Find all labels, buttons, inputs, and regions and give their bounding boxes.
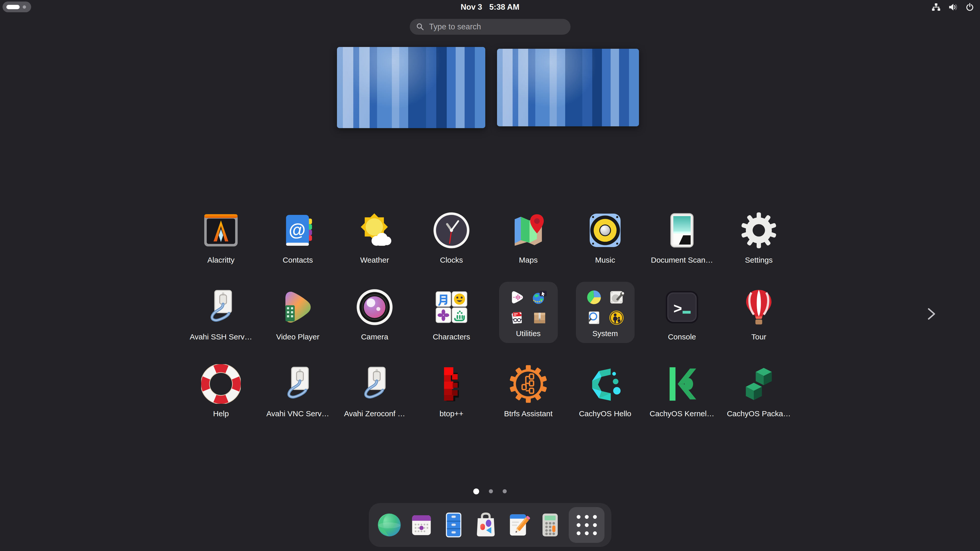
app-label: Help <box>213 410 229 418</box>
dock <box>369 503 611 547</box>
date-label: Nov 3 <box>460 3 482 12</box>
app-settings[interactable]: Settings <box>721 207 797 284</box>
btrfs-gear-icon <box>509 364 548 404</box>
app-label: Contacts <box>283 256 313 264</box>
folder-label: Utilities <box>516 329 541 338</box>
search-input[interactable]: Type to search <box>410 19 571 35</box>
system-status-area[interactable] <box>932 0 974 14</box>
files-icon[interactable] <box>440 511 467 538</box>
folder-tile: System <box>576 282 635 343</box>
app-btrfs-assistant[interactable]: Btrfs Assistant <box>490 361 567 438</box>
software-store-icon[interactable] <box>472 511 499 538</box>
clocks-icon <box>432 211 471 250</box>
plug-cable-icon <box>201 287 241 327</box>
wallpaper-preview <box>497 49 639 126</box>
wallpaper-preview <box>337 47 485 128</box>
archive-manager-icon <box>531 309 548 326</box>
app-label: btop++ <box>439 410 463 418</box>
next-page-chevron-icon[interactable] <box>926 307 937 321</box>
folder-system[interactable]: System <box>567 284 644 361</box>
alacritty-icon <box>201 211 241 250</box>
app-cachyos-kernel-manager[interactable]: CachyOS Kernel… <box>644 361 721 438</box>
camera-lens-icon <box>355 287 395 327</box>
app-music[interactable]: Music <box>567 207 644 284</box>
lifebuoy-icon <box>201 364 241 404</box>
app-label: Avahi VNC Serv… <box>266 410 329 418</box>
characters-icon <box>432 287 471 327</box>
disk-usage-pie-icon <box>585 289 603 306</box>
folder-utilities[interactable]: Utilities <box>490 284 567 361</box>
cachyos-k-icon <box>662 364 702 404</box>
console-terminal-icon <box>662 287 702 327</box>
app-label: Btrfs Assistant <box>504 410 552 418</box>
app-label: Document Scan… <box>651 256 713 264</box>
text-editor-icon[interactable] <box>504 511 531 538</box>
app-video-player[interactable]: Video Player <box>259 284 336 361</box>
app-weather[interactable]: Weather <box>336 207 413 284</box>
contacts-icon <box>278 211 318 250</box>
hot-air-balloon-icon <box>739 287 779 327</box>
app-cachyos-hello[interactable]: CachyOS Hello <box>567 361 644 438</box>
settings-gear-icon <box>739 211 779 250</box>
page-dot-1[interactable] <box>473 489 479 494</box>
weather-icon <box>355 211 395 250</box>
app-console[interactable]: Console <box>644 284 721 361</box>
app-contacts[interactable]: Contacts <box>259 207 336 284</box>
wired-network-icon[interactable] <box>932 3 941 11</box>
app-label: Weather <box>360 256 389 264</box>
app-grid-toggle-button[interactable] <box>569 507 605 543</box>
app-clocks[interactable]: Clocks <box>413 207 490 284</box>
music-icon <box>585 211 625 250</box>
page-indicator <box>0 486 980 497</box>
app-label: Characters <box>433 333 470 341</box>
app-label: Avahi SSH Serv… <box>190 333 252 341</box>
workspace-thumbnail-1[interactable] <box>337 47 485 128</box>
app-avahi-vnc[interactable]: Avahi VNC Serv… <box>259 361 336 438</box>
clock-button[interactable]: Nov 3 5:38 AM <box>0 0 980 14</box>
app-characters[interactable]: Characters <box>413 284 490 361</box>
app-btop[interactable]: btop++ <box>413 361 490 438</box>
app-tour[interactable]: Tour <box>721 284 797 361</box>
folder-preview-icons <box>509 289 548 326</box>
app-label: CachyOS Kernel… <box>650 410 714 418</box>
page-dot-2[interactable] <box>489 489 493 493</box>
page-dot-3[interactable] <box>503 489 507 493</box>
connections-icon <box>531 289 548 306</box>
web-browser-icon[interactable] <box>376 511 403 538</box>
time-label: 5:38 AM <box>489 3 520 12</box>
search-icon <box>416 22 425 31</box>
app-label: Video Player <box>276 333 320 341</box>
volume-icon[interactable] <box>948 3 958 11</box>
app-label: Alacritty <box>207 256 235 264</box>
app-maps[interactable]: Maps <box>490 207 567 284</box>
app-label: Maps <box>519 256 538 264</box>
app-avahi-zeroconf[interactable]: Avahi Zeroconf … <box>336 361 413 438</box>
folder-tile: Utilities <box>499 282 558 343</box>
app-label: Avahi Zeroconf … <box>344 410 406 418</box>
app-label: Camera <box>361 333 388 341</box>
maps-icon <box>509 211 548 250</box>
workspace-thumbnail-2[interactable] <box>497 49 639 126</box>
app-avahi-ssh[interactable]: Avahi SSH Serv… <box>183 284 259 361</box>
app-alacritty[interactable]: Alacritty <box>183 207 259 284</box>
plug-cable-icon <box>278 364 318 404</box>
app-label: CachyOS Hello <box>579 410 631 418</box>
app-grid: Alacritty Contacts Weather Clocks Maps M… <box>183 207 797 438</box>
cachyos-cubes-icon <box>739 364 779 404</box>
app-camera[interactable]: Camera <box>336 284 413 361</box>
folder-label: System <box>592 329 618 338</box>
app-label: Tour <box>751 333 766 341</box>
decibels-icon <box>509 289 526 306</box>
power-icon[interactable] <box>965 3 974 11</box>
disks-wrench-icon <box>608 289 625 306</box>
video-player-icon <box>278 287 318 327</box>
logs-magnifier-icon <box>585 309 603 326</box>
calendar-icon[interactable] <box>408 511 435 538</box>
app-label: Console <box>668 333 696 341</box>
app-label: Music <box>595 256 615 264</box>
document-viewer-icon <box>509 309 526 326</box>
app-help[interactable]: Help <box>183 361 259 438</box>
app-document-scanner[interactable]: Document Scan… <box>644 207 721 284</box>
app-cachyos-package-installer[interactable]: CachyOS Packa… <box>721 361 797 438</box>
calculator-icon[interactable] <box>536 511 564 538</box>
